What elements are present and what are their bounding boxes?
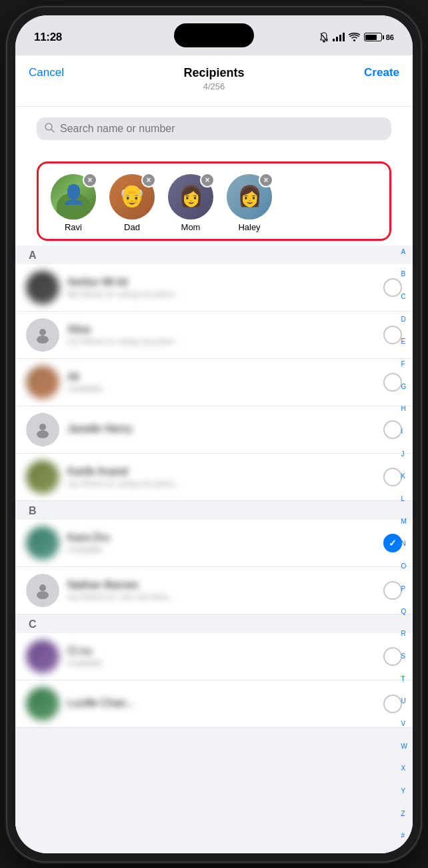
recipient-dad: × Dad — [105, 174, 159, 232]
contact-detail: My friend on using my phon... — [67, 289, 375, 299]
contact-row[interactable]: Kara Dru Available — [15, 520, 413, 567]
alpha-m[interactable]: M — [399, 518, 410, 525]
alpha-l[interactable]: L — [399, 496, 410, 502]
contacts-list[interactable]: A Aerbur Mt kit My friend on using my ph… — [15, 246, 413, 853]
cancel-button[interactable]: Cancel — [29, 66, 64, 79]
contact-name: Ali — [67, 371, 375, 383]
alpha-z[interactable]: Z — [399, 811, 410, 817]
phone-screen: 11:28 — [15, 15, 413, 853]
contact-row[interactable]: Cl.nu Available — [15, 633, 413, 681]
alpha-v[interactable]: V — [399, 721, 410, 727]
alpha-u[interactable]: U — [399, 698, 410, 705]
contact-name: Lucille Chan... — [67, 697, 375, 709]
create-button[interactable]: Create — [364, 66, 399, 79]
contact-info: Alisa my friend on using my phon... — [67, 324, 375, 346]
page-title: Recipients — [183, 66, 244, 80]
contact-row[interactable]: Nathan Barnes my friend on i am not here… — [15, 567, 413, 614]
alpha-k[interactable]: K — [399, 473, 410, 480]
contact-row[interactable]: Alisa my friend on using my phon... — [15, 312, 413, 359]
alpha-h[interactable]: H — [399, 406, 410, 412]
alpha-t[interactable]: T — [399, 676, 410, 683]
section-header-c: C — [15, 614, 413, 633]
contact-row[interactable]: Janelle Henry — [15, 406, 413, 454]
alpha-q[interactable]: Q — [399, 608, 410, 615]
svg-point-6 — [39, 329, 46, 336]
svg-point-11 — [37, 591, 49, 599]
contact-detail: Available — [67, 544, 375, 554]
contact-row[interactable]: Ali Available — [15, 359, 413, 406]
section-header-b: B — [15, 501, 413, 520]
contact-detail: my friend on using my phon... — [67, 336, 375, 346]
battery-icon: 86 — [364, 33, 394, 41]
contact-info: Janelle Henry — [67, 423, 375, 436]
recipient-ravi-avatar-wrap: × — [51, 174, 96, 220]
contact-info: Ali Available — [67, 371, 375, 394]
alpha-index[interactable]: A B C D E F G H I J K L M N O P Q R S T — [399, 249, 410, 840]
alpha-o[interactable]: O — [399, 563, 410, 570]
alpha-j[interactable]: J — [399, 451, 410, 458]
recipient-ravi: × Ravi — [47, 174, 100, 232]
remove-mom-button[interactable]: × — [200, 173, 215, 187]
recipient-ravi-name: Ravi — [65, 222, 82, 232]
alpha-n[interactable]: N — [399, 540, 410, 547]
alpha-x[interactable]: X — [399, 765, 410, 772]
alpha-w[interactable]: W — [399, 743, 410, 750]
search-input[interactable] — [60, 123, 383, 135]
search-bar[interactable] — [37, 117, 391, 140]
svg-rect-3 — [343, 33, 345, 41]
alpha-r[interactable]: R — [399, 630, 410, 637]
signal-icon — [333, 33, 345, 41]
section-header-a: A — [15, 246, 413, 264]
recipient-dad-avatar-wrap: × — [109, 174, 155, 220]
alpha-c[interactable]: C — [399, 294, 410, 300]
alpha-y[interactable]: Y — [399, 788, 410, 795]
contact-info: Kartik Anand my friend on using my phon.… — [67, 466, 375, 488]
alpha-p[interactable]: P — [399, 586, 410, 592]
status-icons: 86 — [319, 32, 394, 43]
alpha-s[interactable]: S — [399, 653, 410, 660]
contact-detail: Available — [67, 384, 375, 394]
contact-detail: my friend on using my phon... — [67, 478, 375, 488]
remove-haley-button[interactable]: × — [259, 173, 273, 187]
alpha-g[interactable]: G — [399, 384, 410, 390]
svg-rect-2 — [339, 35, 341, 41]
svg-point-7 — [37, 336, 49, 344]
svg-rect-0 — [333, 39, 335, 41]
contact-avatar — [26, 460, 59, 494]
alpha-f[interactable]: F — [399, 361, 410, 368]
contact-info: Aerbur Mt kit My friend on using my phon… — [67, 276, 375, 299]
contact-info: Nathan Barnes my friend on i am not here… — [67, 579, 375, 602]
header-title-row: Cancel Recipients Create — [29, 66, 399, 80]
contact-name: Kara Dru — [67, 532, 375, 544]
contact-row[interactable]: Lucille Chan... — [15, 681, 413, 728]
selected-recipients-container: × Ravi × Dad — [37, 161, 391, 241]
alpha-hash[interactable]: # — [399, 833, 410, 839]
contact-name: Cl.nu — [67, 645, 375, 657]
contact-info: Lucille Chan... — [67, 697, 375, 710]
phone-frame: 11:28 — [7, 7, 421, 861]
contact-avatar — [26, 526, 59, 560]
remove-dad-button[interactable]: × — [141, 173, 156, 187]
alpha-i[interactable]: I — [399, 428, 410, 435]
wifi-icon — [349, 33, 360, 41]
svg-point-9 — [37, 430, 49, 438]
contact-avatar — [26, 366, 59, 399]
alpha-d[interactable]: D — [399, 316, 410, 323]
contact-name: Alisa — [67, 324, 375, 336]
alpha-b[interactable]: B — [399, 271, 410, 278]
modal-header: Cancel Recipients Create 4/256 — [15, 55, 413, 107]
contact-avatar — [26, 413, 59, 446]
contact-row[interactable]: Kartik Anand my friend on using my phon.… — [15, 454, 413, 501]
alpha-a[interactable]: A — [399, 249, 410, 256]
status-time: 11:28 — [34, 31, 62, 44]
contact-avatar — [26, 574, 59, 607]
svg-point-10 — [39, 584, 46, 591]
remove-ravi-button[interactable]: × — [83, 173, 97, 187]
contact-row[interactable]: Aerbur Mt kit My friend on using my phon… — [15, 264, 413, 312]
alpha-e[interactable]: E — [399, 338, 410, 345]
recipient-dad-name: Dad — [124, 222, 140, 232]
contact-avatar — [26, 271, 59, 304]
search-icon — [45, 123, 55, 135]
recipient-count: 4/256 — [29, 81, 399, 91]
dynamic-island — [174, 23, 254, 47]
